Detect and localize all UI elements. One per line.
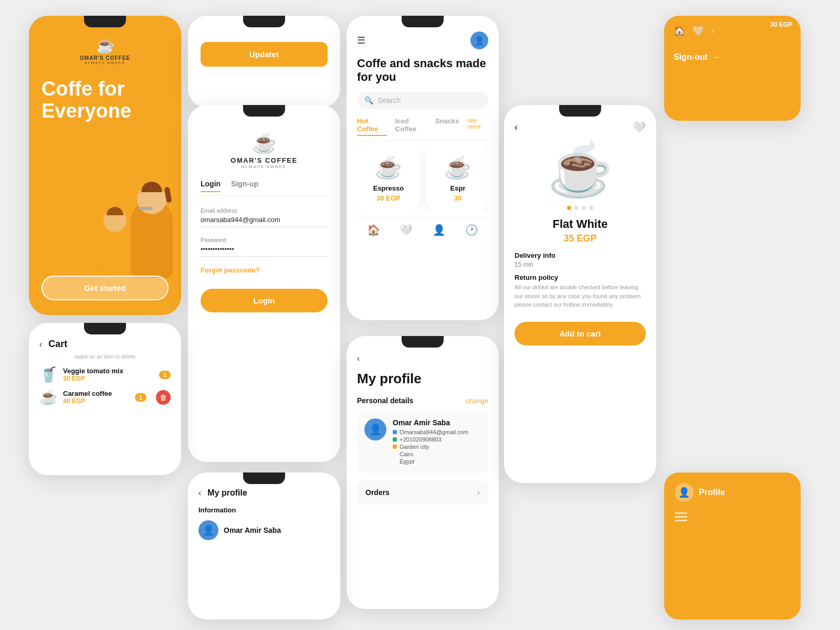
menu-line-3 xyxy=(675,520,687,521)
cart-title: Cart xyxy=(48,339,67,350)
get-started-button[interactable]: Get started xyxy=(41,276,169,300)
hamburger-menu-icon[interactable]: ☰ xyxy=(357,35,365,46)
profile-info-card: 👤 Omar Amir Saba Omarsaba944@gmail.com +… xyxy=(357,411,488,473)
orders-label: Orders xyxy=(365,488,390,497)
nav-history-icon[interactable]: 🕐 xyxy=(465,224,478,236)
user-avatar[interactable]: 👤 xyxy=(470,32,488,49)
profile-user-name: Omar Amir Saba xyxy=(393,418,468,427)
phone-notch xyxy=(559,105,601,117)
phone-notch xyxy=(402,336,444,348)
chevron-right-icon: › xyxy=(477,488,480,497)
profile-page-title: My profile xyxy=(357,371,488,387)
see-more-link[interactable]: see more xyxy=(468,117,489,136)
password-label: Password xyxy=(201,237,328,243)
profile-phone-row: +201020908803 xyxy=(393,436,468,443)
home-tab-icon[interactable]: 🏠 xyxy=(674,25,685,37)
back-button[interactable]: ‹ xyxy=(357,354,488,363)
search-icon: 🔍 xyxy=(364,96,373,104)
update-button[interactable]: Updatet xyxy=(201,42,328,67)
phone-product-detail: ‹ 🤍 ☕ Flat White 35 EGP Delivery info 15… xyxy=(504,105,656,483)
add-to-cart-button[interactable]: Add to cart xyxy=(514,322,646,345)
password-value[interactable]: •••••••••••••• xyxy=(201,245,328,257)
change-link[interactable]: change xyxy=(466,397,488,405)
phone-signout-card: 30 EGP 🏠 🤍 › Sign-out → xyxy=(664,16,801,121)
product-card-espr[interactable]: ☕ Espr 30 xyxy=(426,147,488,209)
profile-email: Omarsaba944@gmail.com xyxy=(400,429,468,435)
tab-hot-coffee[interactable]: Hot Coffee xyxy=(357,117,387,136)
arrow-tab-icon[interactable]: › xyxy=(711,25,715,37)
cart-back-button[interactable]: ‹ xyxy=(39,340,42,349)
profile-country2: Egypt xyxy=(400,458,414,465)
price-badge: 30 EGP xyxy=(770,21,792,28)
mini-profile-avatar: 👤 xyxy=(198,520,218,540)
search-bar[interactable]: 🔍 Search xyxy=(357,92,488,109)
product-card-espresso[interactable]: ☕ Espresso 30 EGP xyxy=(357,147,420,209)
email-label: Email address xyxy=(201,207,328,214)
image-dots xyxy=(514,206,646,210)
email-value[interactable]: omarsaba944@gmail.com xyxy=(201,216,328,227)
caramel-qty-badge[interactable]: 1 xyxy=(135,393,146,402)
forgot-passcode-link[interactable]: Forgot passcode? xyxy=(201,266,260,274)
profile-country1: Cairo xyxy=(400,451,413,457)
menu-lines xyxy=(675,512,790,521)
flat-white-emoji: ☕ xyxy=(548,139,613,201)
location-dot xyxy=(393,445,397,449)
category-tabs: Hot Coffee Iced Coffee Snacks see more xyxy=(357,117,488,141)
password-field-group: Password •••••••••••••• xyxy=(201,237,328,257)
login-button[interactable]: Login xyxy=(201,289,328,312)
phone-cart: ‹ Cart swipe on an item to delete 🥤 Vegg… xyxy=(29,323,181,475)
detail-favorite-icon[interactable]: 🤍 xyxy=(633,121,646,133)
personal-details-label: Personal details xyxy=(357,396,413,405)
caramel-item-price: 40 EGP xyxy=(63,397,130,405)
brand-name: OMAR'S COFFEE xyxy=(80,55,130,61)
phone-update: Updatet xyxy=(188,16,340,108)
signout-row[interactable]: Sign-out → xyxy=(674,52,791,62)
dot-4 xyxy=(589,206,593,210)
profile-icon: 👤 xyxy=(675,483,694,502)
caramel-item-name: Caramel coffee xyxy=(63,390,130,397)
caramel-item-image: ☕ xyxy=(39,388,58,406)
profile-location-row: Garden city xyxy=(393,444,468,450)
nav-favorites-icon[interactable]: 🤍 xyxy=(400,224,413,236)
tab-iced-coffee[interactable]: Iced Coffee xyxy=(395,117,427,136)
menu-line-1 xyxy=(675,512,687,514)
veggie-item-name: Veggie tomato mix xyxy=(63,367,154,375)
phone-notch xyxy=(243,105,285,117)
delivery-info-value: 15 min xyxy=(514,261,646,268)
nav-home-icon[interactable]: 🏠 xyxy=(367,224,380,236)
veggie-qty-badge[interactable]: 1 xyxy=(159,371,171,379)
detail-back-button[interactable]: ‹ xyxy=(514,122,518,133)
dot-2 xyxy=(574,206,579,210)
email-dot xyxy=(393,430,397,434)
return-policy-section: Return policy All our drinkd are double … xyxy=(514,274,646,309)
tab-login[interactable]: Login xyxy=(201,180,220,192)
dot-1 xyxy=(567,206,571,210)
bottom-nav: 🏠 🤍 👤 🕐 xyxy=(357,217,488,240)
cart-item-veggie: 🥤 Veggie tomato mix 30 EGP 1 xyxy=(39,366,171,383)
email-field-group: Email address omarsaba944@gmail.com xyxy=(201,207,328,227)
tab-snacks[interactable]: Snacks xyxy=(435,117,459,136)
profile-email-row: Omarsaba944@gmail.com xyxy=(393,429,468,435)
phone-notch xyxy=(84,323,126,334)
delivery-info-section: Delivery info 15 min xyxy=(514,251,646,268)
menu-line-2 xyxy=(675,516,687,518)
delete-item-button[interactable]: 🗑 xyxy=(156,390,171,405)
tab-signup[interactable]: Sign-up xyxy=(231,180,258,192)
my-profile-back-button[interactable]: ‹ xyxy=(198,488,201,498)
favorites-tab-icon[interactable]: 🤍 xyxy=(692,25,704,37)
phone-profile-card: 👤 Profile xyxy=(664,472,801,620)
splash-title: Coffe for Everyone xyxy=(41,78,169,122)
orders-row[interactable]: Orders › xyxy=(357,480,488,505)
phone-profile-detail: ‹ My profile Personal details change 👤 O… xyxy=(346,336,499,609)
phone-my-profile-small: ‹ My profile Information 👤 Omar Amir Sab… xyxy=(188,472,340,620)
profile-phone: +201020908803 xyxy=(400,436,442,443)
phone-notch xyxy=(243,16,285,27)
dot-3 xyxy=(582,206,586,210)
personal-details-header: Personal details change xyxy=(357,396,488,405)
signout-label[interactable]: Sign-out xyxy=(674,52,708,62)
signout-arrow-icon[interactable]: → xyxy=(712,52,720,62)
veggie-item-info: Veggie tomato mix 30 EGP xyxy=(63,367,154,382)
nav-profile-icon[interactable]: 👤 xyxy=(433,224,446,236)
return-policy-body: All our drinkd are double checked before… xyxy=(514,283,646,309)
brand-tagline: ALWAYS AWAKE xyxy=(85,61,125,65)
